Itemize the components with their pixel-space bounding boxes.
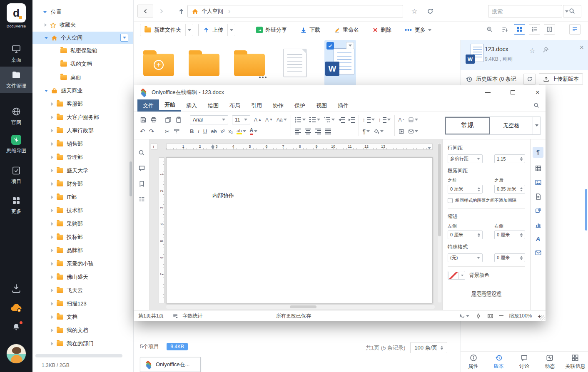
superscript-button[interactable]: x² (221, 129, 225, 134)
minimize-button[interactable] (485, 92, 491, 93)
dock-tab-versions[interactable]: 版本 (486, 352, 511, 372)
upload-split-button[interactable]: 上传 (198, 24, 235, 36)
page-size-select[interactable]: 100 条/页 (410, 342, 447, 353)
paragraph-spacing-button[interactable] (379, 117, 391, 123)
tree-item[interactable]: 我在的部门 (32, 337, 133, 350)
tree-item[interactable]: 盛天大学 (32, 164, 133, 177)
font-color-button[interactable]: A (250, 128, 258, 134)
line-spacing-select[interactable]: 多倍行距 (448, 154, 483, 163)
mail-merge-button[interactable] (408, 129, 418, 134)
up-level-button[interactable] (176, 6, 187, 16)
tree-item[interactable]: 人事行政部 (32, 124, 133, 137)
same-style-checkbox-row[interactable]: 相同样式的段落之间不添加间隔 (448, 198, 525, 203)
zoom-level[interactable]: 缩放100% (509, 312, 532, 320)
tree-item[interactable]: 佛山盛天 (32, 270, 133, 284)
delete-button[interactable]: 删除 (368, 24, 396, 36)
shading-button[interactable] (374, 129, 384, 134)
vertical-ruler[interactable]: 1234567 (159, 157, 164, 303)
back-button[interactable] (137, 5, 153, 17)
rail-item-website[interactable]: 官网 (0, 103, 32, 129)
paste-button[interactable] (175, 117, 182, 123)
right-indent-marker[interactable] (428, 147, 431, 149)
new-folder-split-button[interactable]: 新建文件夹 (140, 24, 193, 36)
text-art-settings-button[interactable]: A (536, 236, 540, 242)
tree-item[interactable]: 我的文档 (32, 57, 133, 71)
search-input[interactable] (492, 8, 565, 15)
chart-settings-button[interactable] (535, 221, 542, 228)
styles-expand-button[interactable] (533, 117, 540, 134)
tree-item[interactable]: 品牌部 (32, 244, 133, 257)
favorite-star-button[interactable]: ☆ (408, 5, 421, 17)
spellcheck-button[interactable] (459, 313, 469, 319)
left-indent-marker[interactable] (211, 147, 214, 149)
search-box[interactable] (488, 5, 562, 17)
resize-grip[interactable] (540, 315, 545, 320)
tree-item[interactable]: 投标部 (32, 231, 133, 244)
file-tile-shared-folder[interactable] (234, 40, 265, 86)
underline-button[interactable]: U (203, 128, 207, 134)
selected-check-icon[interactable] (326, 42, 334, 50)
tab-draw[interactable]: 绘图 (202, 99, 224, 112)
tab-file[interactable]: 文件 (137, 99, 159, 112)
dock-tab-properties[interactable]: 属性 (461, 352, 486, 372)
spacing-before-input[interactable]: 0 厘米 (448, 185, 483, 193)
tab-insert[interactable]: 插入 (181, 99, 202, 112)
file-tile-safe-folder[interactable]: + (143, 40, 174, 86)
rail-cloud-sync-button[interactable] (0, 302, 32, 313)
format-painter-button[interactable] (174, 128, 180, 134)
tree-item[interactable]: IT部 (32, 191, 133, 204)
sidebar-horizontal-scrollbar[interactable] (35, 354, 122, 357)
paragraph-settings-button[interactable]: ¶ (533, 147, 543, 158)
italic-button[interactable]: I (197, 128, 199, 135)
tree-item[interactable]: 销售部 (32, 137, 133, 151)
line-spacing-amount[interactable]: 1.15 (494, 154, 525, 163)
refresh-button[interactable] (424, 5, 436, 17)
rail-user-avatar[interactable] (0, 344, 32, 364)
rail-item-project[interactable]: 项目 (0, 162, 32, 188)
redo-button[interactable]: ↷ (149, 128, 154, 135)
align-left-button[interactable] (295, 129, 301, 134)
background-color-picker[interactable] (448, 271, 465, 280)
decrease-indent-button[interactable] (339, 117, 345, 123)
align-center-button[interactable] (305, 129, 311, 134)
image-settings-button[interactable] (535, 179, 542, 186)
details-scrollbar[interactable] (585, 189, 587, 231)
breadcrumb-item[interactable]: 个人空间 (202, 7, 223, 15)
pin-icon[interactable] (542, 47, 549, 53)
tree-item[interactable]: 我的文档 (32, 324, 133, 337)
bold-button[interactable]: B (190, 128, 194, 134)
table-settings-button[interactable] (535, 165, 542, 172)
tree-item[interactable]: 采购部 (32, 217, 133, 231)
rail-notifications-button[interactable] (11, 322, 22, 332)
rail-item-desktop[interactable]: 桌面 (0, 41, 32, 67)
tab-protection[interactable]: 保护 (289, 99, 311, 112)
tree-item[interactable]: 扫描123 (32, 297, 133, 310)
search-button[interactable] (563, 5, 581, 17)
zoom-out-button[interactable] (499, 315, 503, 316)
forward-button[interactable] (155, 5, 168, 17)
increase-font-button[interactable]: A▲ (254, 117, 262, 123)
tree-item-personal-space[interactable]: 个人空间 (32, 32, 133, 44)
column-view-button[interactable] (544, 24, 555, 35)
undo-button[interactable]: ↶ (140, 128, 145, 135)
vertical-scrollbar[interactable] (438, 143, 441, 303)
taskbar-onlyoffice[interactable]: Onlyoffice在... (140, 357, 201, 372)
dock-tab-related-info[interactable]: 关联信息 (563, 352, 588, 372)
dock-tab-discussion[interactable]: 讨论 (511, 352, 537, 372)
upload-new-version-button[interactable]: 上传新版本 (539, 73, 583, 85)
multilevel-list-button[interactable] (324, 117, 335, 123)
document-canvas[interactable]: L 12345678910111213 1234567 内部协作 (149, 139, 442, 310)
indent-left-input[interactable]: 0 厘米 (448, 231, 483, 239)
mail-merge-settings-button[interactable] (535, 249, 542, 256)
tab-layout[interactable]: 布局 (224, 99, 246, 112)
details-panel-toggle[interactable] (569, 24, 581, 35)
file-tile-123-docx[interactable]: W (324, 40, 356, 86)
grid-view-button[interactable] (514, 24, 525, 35)
rail-item-file-management[interactable]: 文件管理 (0, 67, 32, 93)
rail-download-button[interactable] (0, 283, 32, 294)
checkbox-icon[interactable] (448, 198, 453, 203)
find-button[interactable] (138, 149, 145, 156)
navigation-button[interactable] (138, 180, 145, 187)
tree-item[interactable]: 飞天云 (32, 284, 133, 297)
show-advanced-settings-link[interactable]: 显示高级设置 (471, 290, 501, 297)
